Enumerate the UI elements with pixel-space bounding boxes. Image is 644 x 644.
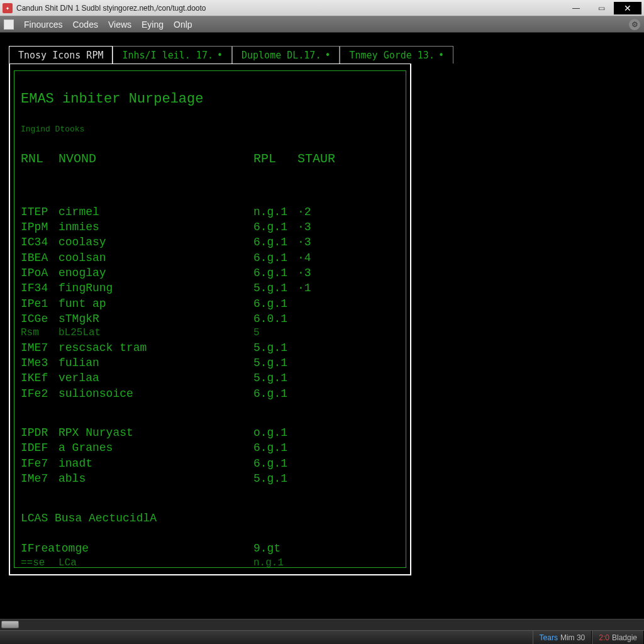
table-row: IPDRRPX Nuryasto.g.1 (21, 425, 399, 440)
app-icon: ✦ (3, 3, 13, 13)
table-row: IME7rescsack tram5.g.1 (21, 340, 399, 355)
statusbar: Tears Mim 30 2:0 Bladgie (0, 630, 644, 644)
table-row: IKEfverlaa5.g.1 (21, 370, 399, 386)
close-button[interactable]: ✕ (614, 2, 641, 14)
tab-1[interactable]: Tnosy Icons RPM (9, 46, 113, 64)
table-row: IFe2sulionsoice6.g.1 (21, 386, 399, 401)
terminal-area: Tnosy Icons RPM Inhs/I leil. 17.• Duplom… (0, 33, 644, 630)
table-row: ==seLCan.g.1 (21, 557, 399, 568)
table-row: RsmbL25Lat5 (21, 326, 399, 340)
tab-2[interactable]: Inhs/I leil. 17.• (113, 46, 232, 64)
tab-row: Tnosy Icons RPM Inhs/I leil. 17.• Duplom… (9, 45, 635, 63)
terminal-output[interactable]: EMAS inbiter Nurpelage Ingind Dtooks RNL… (14, 70, 406, 568)
table-row: IMe7abls5.g.1 (21, 471, 399, 486)
table-row: IPoAenoglay6.g.1·3 (21, 265, 399, 280)
status-segment-1: Tears Mim 30 (533, 631, 592, 644)
gear-icon[interactable]: ⚙ (629, 19, 640, 30)
minimize-button[interactable]: — (564, 2, 589, 14)
tab-4[interactable]: Tnmey Gorde 13.• (340, 46, 453, 64)
window-controls: — ▭ ✕ (564, 2, 641, 14)
menu-views[interactable]: Views (103, 18, 136, 31)
section-header: LCAS Busa AectucidlA (21, 511, 399, 526)
table-row: IDEFa Granes6.g.1 (21, 440, 399, 455)
menu-finources[interactable]: Finources (19, 18, 67, 31)
content-panel: EMAS inbiter Nurpelage Ingind Dtooks RNL… (9, 63, 411, 575)
menu-codes[interactable]: Codes (67, 18, 103, 31)
menu-eying[interactable]: Eying (136, 18, 169, 31)
table-row: IPe1funt ap6.g.1 (21, 296, 399, 311)
table-row: IC34coolasy6.g.1·3 (21, 235, 399, 250)
table-row: IBEAcoolsan6.g.1·4 (21, 250, 399, 265)
panel-title: EMAS inbiter Nurpelage (21, 90, 399, 109)
table-row: IPpMinmies6.g.1·3 (21, 219, 399, 235)
table-row: IMe3fulian5.g.1 (21, 355, 399, 370)
tab-3[interactable]: Duplome DL.17.• (232, 46, 340, 64)
menubar: Finources Codes Views Eying Onlp ⚙ (0, 16, 644, 33)
horizontal-scrollbar[interactable] (0, 619, 644, 630)
column-headers: RNLNVONDRPLSTAUR (21, 150, 399, 167)
table-row: IF34fingRung5.g.1·1 (21, 280, 399, 296)
table-row: IFe7inadt6.g.1 (21, 456, 399, 471)
maximize-button[interactable]: ▭ (589, 2, 614, 14)
table-row: ICGesTMgkR6.0.1 (21, 311, 399, 326)
panel-subtitle: Ingind Dtooks (21, 124, 399, 135)
status-segment-2: 2:0 Bladgie (592, 631, 644, 644)
document-icon[interactable] (4, 19, 14, 30)
window-title: Candun Shit D/N 1 Sudbl styingorez.neth,… (16, 4, 564, 13)
table-row: IFreatomge9.gt (21, 541, 399, 556)
menu-onlp[interactable]: Onlp (169, 18, 197, 31)
scrollbar-thumb[interactable] (1, 621, 19, 628)
table-row: ITEPcirmeln.g.1·2 (21, 204, 399, 219)
titlebar: ✦ Candun Shit D/N 1 Sudbl styingorez.net… (0, 0, 644, 16)
